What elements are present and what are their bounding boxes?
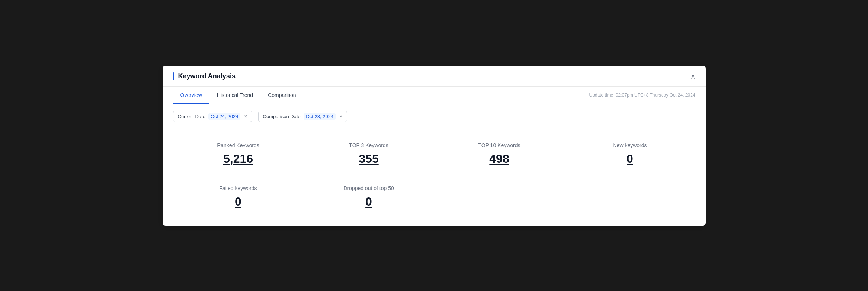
metric-top10-keywords: TOP 10 Keywords 498 — [434, 136, 565, 172]
blue-accent-bar — [173, 72, 174, 80]
collapse-icon[interactable]: ∧ — [691, 73, 695, 80]
metric-dropped-keywords: Dropped out of top 50 0 — [304, 179, 434, 215]
metric-failed-keywords: Failed keywords 0 — [173, 179, 304, 215]
new-keywords-label: New keywords — [613, 142, 647, 148]
ranked-keywords-label: Ranked Keywords — [217, 142, 259, 148]
failed-keywords-value[interactable]: 0 — [235, 195, 241, 209]
current-date-value: Oct 24, 2024 — [208, 113, 240, 120]
update-time: Update time: 02:07pm UTC+8 Thursday Oct … — [589, 92, 695, 98]
dropped-keywords-value[interactable]: 0 — [365, 195, 372, 209]
top-metrics-grid: Ranked Keywords 5,216 TOP 3 Keywords 355… — [163, 129, 706, 175]
tab-comparison[interactable]: Comparison — [260, 87, 303, 104]
top3-keywords-value[interactable]: 355 — [359, 152, 378, 166]
current-date-close-icon[interactable]: × — [244, 113, 247, 119]
ranked-keywords-value[interactable]: 5,216 — [223, 152, 253, 166]
filters-row: Current Date Oct 24, 2024 × Comparison D… — [163, 104, 706, 129]
tabs-container: Overview Historical Trend Comparison — [173, 87, 304, 104]
metric-ranked-keywords: Ranked Keywords 5,216 — [173, 136, 304, 172]
current-date-filter[interactable]: Current Date Oct 24, 2024 × — [173, 111, 252, 122]
comparison-date-value: Oct 23, 2024 — [304, 113, 336, 120]
top10-keywords-value[interactable]: 498 — [489, 152, 509, 166]
comparison-date-label: Comparison Date — [263, 114, 301, 119]
comparison-date-filter[interactable]: Comparison Date Oct 23, 2024 × — [258, 111, 347, 122]
top3-keywords-label: TOP 3 Keywords — [349, 142, 388, 148]
tabs-row: Overview Historical Trend Comparison Upd… — [163, 87, 706, 104]
keyword-analysis-card: Keyword Analysis ∧ Overview Historical T… — [163, 66, 706, 226]
metric-new-keywords: New keywords 0 — [565, 136, 695, 172]
current-date-label: Current Date — [178, 114, 205, 119]
card-title: Keyword Analysis — [178, 72, 236, 80]
top10-keywords-label: TOP 10 Keywords — [478, 142, 520, 148]
metric-top3-keywords: TOP 3 Keywords 355 — [304, 136, 434, 172]
new-keywords-value[interactable]: 0 — [627, 152, 633, 166]
failed-keywords-label: Failed keywords — [219, 185, 257, 191]
title-wrapper: Keyword Analysis — [173, 72, 236, 80]
comparison-date-close-icon[interactable]: × — [339, 113, 342, 119]
tab-overview[interactable]: Overview — [173, 87, 209, 104]
bottom-metrics-grid: Failed keywords 0 Dropped out of top 50 … — [163, 175, 706, 226]
tab-historical-trend[interactable]: Historical Trend — [209, 87, 260, 104]
card-header: Keyword Analysis ∧ — [163, 66, 706, 87]
dropped-keywords-label: Dropped out of top 50 — [343, 185, 394, 191]
